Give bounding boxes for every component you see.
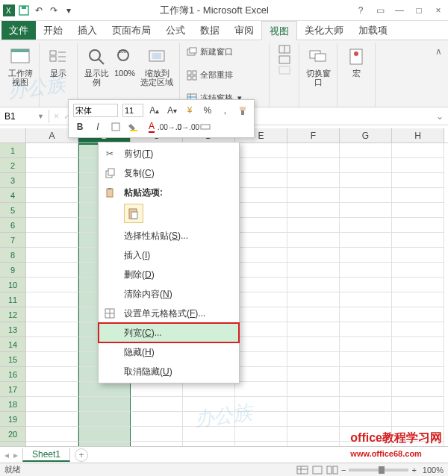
- cell[interactable]: [131, 427, 183, 442]
- cell[interactable]: [287, 203, 340, 218]
- tab-beautify[interactable]: 美化大师: [297, 21, 351, 40]
- cell[interactable]: [340, 322, 392, 337]
- increase-font-icon[interactable]: A▴: [148, 104, 161, 117]
- cm-hide[interactable]: 隐藏(H): [99, 342, 239, 362]
- cell[interactable]: [235, 173, 287, 188]
- cell[interactable]: [340, 278, 392, 292]
- cell[interactable]: [235, 143, 287, 158]
- cell[interactable]: [340, 337, 392, 352]
- maximize-icon[interactable]: □: [412, 5, 426, 16]
- cell[interactable]: [392, 292, 444, 307]
- save-icon[interactable]: [18, 4, 30, 16]
- cm-cut[interactable]: ✂剪切(T): [99, 144, 239, 163]
- row-header[interactable]: 13: [0, 322, 26, 337]
- zoom-selection-button[interactable]: 缩放到 选定区域: [139, 45, 175, 88]
- cell[interactable]: [340, 412, 392, 427]
- split-icon[interactable]: [279, 45, 290, 54]
- minimize-icon[interactable]: —: [393, 5, 406, 16]
- cell[interactable]: [235, 292, 287, 307]
- cell[interactable]: [340, 382, 392, 397]
- cell[interactable]: [340, 203, 392, 218]
- cell[interactable]: [287, 248, 340, 263]
- zoom-button[interactable]: 显示比例: [82, 45, 111, 88]
- percent-icon[interactable]: %: [201, 104, 214, 117]
- cell[interactable]: [235, 382, 287, 397]
- cm-copy[interactable]: 复制(C): [99, 163, 239, 183]
- cell[interactable]: [287, 382, 340, 397]
- cell[interactable]: [78, 412, 131, 427]
- cm-clear[interactable]: 清除内容(N): [99, 284, 239, 304]
- cell[interactable]: [26, 218, 78, 233]
- cell[interactable]: [340, 188, 392, 203]
- cell[interactable]: [287, 292, 340, 307]
- row-header[interactable]: 15: [0, 352, 26, 367]
- cm-unhide[interactable]: 取消隐藏(U): [99, 362, 239, 381]
- zoom-100-button[interactable]: 100 100%: [111, 45, 139, 79]
- cell[interactable]: [78, 427, 131, 442]
- fill-color-icon[interactable]: [127, 120, 140, 134]
- cell[interactable]: [392, 263, 444, 278]
- new-window-button[interactable]: 新建窗口: [184, 45, 264, 59]
- cell[interactable]: [287, 427, 340, 442]
- cell[interactable]: [340, 292, 392, 307]
- cell[interactable]: [26, 337, 78, 352]
- row-header[interactable]: 4: [0, 188, 26, 203]
- help-icon[interactable]: ?: [354, 5, 367, 16]
- cell[interactable]: [26, 307, 78, 322]
- cell[interactable]: [26, 143, 78, 158]
- row-header[interactable]: 8: [0, 248, 26, 263]
- paste-option-default[interactable]: [124, 204, 143, 223]
- cell[interactable]: [287, 218, 340, 233]
- cell[interactable]: [26, 203, 78, 218]
- cell[interactable]: [235, 233, 287, 248]
- zoom-out-icon[interactable]: −: [341, 466, 346, 475]
- cell[interactable]: [392, 233, 444, 248]
- cell[interactable]: [235, 307, 287, 322]
- cell[interactable]: [392, 307, 444, 322]
- sheet-nav-prev-icon[interactable]: ◂: [4, 450, 9, 460]
- tab-formula[interactable]: 公式: [158, 21, 193, 40]
- cell[interactable]: [26, 173, 78, 188]
- add-sheet-button[interactable]: +: [75, 448, 88, 462]
- row-header[interactable]: 9: [0, 263, 26, 278]
- cell[interactable]: [131, 412, 183, 427]
- row-header[interactable]: 3: [0, 173, 26, 188]
- cm-format-cells[interactable]: 设置单元格格式(F)...: [99, 304, 239, 323]
- row-header[interactable]: 19: [0, 412, 26, 427]
- cell[interactable]: [131, 397, 183, 412]
- row-header[interactable]: 10: [0, 278, 26, 292]
- row-header[interactable]: 20: [0, 427, 26, 442]
- close-icon[interactable]: ×: [432, 5, 445, 16]
- cell[interactable]: [235, 203, 287, 218]
- cell[interactable]: [340, 263, 392, 278]
- comma-icon[interactable]: ,: [219, 104, 232, 117]
- italic-button[interactable]: I: [91, 120, 105, 134]
- cm-delete[interactable]: 删除(D): [99, 265, 239, 284]
- cell[interactable]: [26, 427, 78, 442]
- page-break-view-icon[interactable]: [326, 466, 338, 475]
- cell[interactable]: [392, 158, 444, 173]
- sheet-tab[interactable]: Sheet1: [22, 448, 70, 462]
- select-all-corner[interactable]: [0, 128, 26, 143]
- hide-window-icon[interactable]: [279, 55, 290, 64]
- cell[interactable]: [340, 233, 392, 248]
- cell[interactable]: [26, 322, 78, 337]
- cell[interactable]: [340, 248, 392, 263]
- expand-formula-icon[interactable]: ⌄: [432, 111, 448, 122]
- cell[interactable]: [26, 367, 78, 382]
- cell[interactable]: [235, 248, 287, 263]
- cell[interactable]: [26, 263, 78, 278]
- cell[interactable]: [26, 158, 78, 173]
- cell[interactable]: [392, 367, 444, 382]
- row-header[interactable]: 18: [0, 397, 26, 412]
- cell[interactable]: [26, 352, 78, 367]
- column-header[interactable]: F: [287, 128, 340, 143]
- cell[interactable]: [183, 412, 235, 427]
- row-header[interactable]: 12: [0, 307, 26, 322]
- cell[interactable]: [392, 382, 444, 397]
- increase-decimal-icon[interactable]: .0→.00: [181, 120, 194, 134]
- cell[interactable]: [235, 352, 287, 367]
- accounting-format-icon[interactable]: ¥: [183, 104, 196, 117]
- cell[interactable]: [392, 278, 444, 292]
- cell[interactable]: [340, 397, 392, 412]
